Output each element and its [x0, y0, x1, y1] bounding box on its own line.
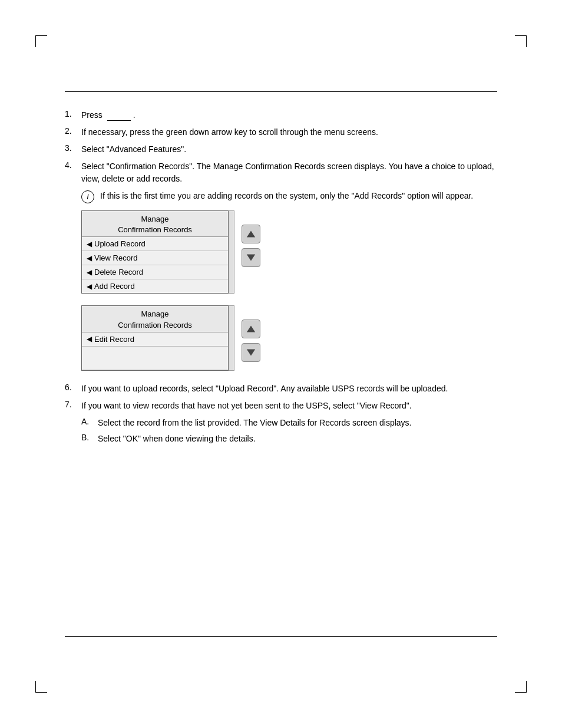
screen1-row-1: ◀ View Record	[82, 251, 228, 265]
screen2: Manage Confirmation Records ◀ Edit Recor…	[81, 305, 229, 370]
step-2: 2. If necessary, press the green down ar…	[65, 126, 497, 139]
corner-mark-bl	[35, 681, 47, 693]
sub-step-a: A. Select the record from the list provi…	[81, 417, 497, 429]
corner-mark-tr	[515, 35, 527, 47]
scroll-down-btn-1[interactable]	[242, 248, 260, 267]
screen2-box: Manage Confirmation Records ◀ Edit Recor…	[81, 305, 234, 370]
press-blank	[107, 110, 131, 121]
svg-marker-3	[247, 350, 255, 356]
info-note: i If this is the first time you are addi…	[81, 190, 497, 203]
step-1-period: .	[133, 109, 135, 121]
screen1-inner: Manage Confirmation Records ◀ Upload Rec…	[81, 210, 229, 294]
arrow-icon-1: ◀	[87, 254, 92, 262]
scroll-down-btn-2[interactable]	[242, 343, 260, 362]
info-icon: i	[81, 190, 94, 203]
chevron-up-icon-2	[246, 324, 256, 334]
step-3: 3. Select "Advanced Features".	[65, 143, 497, 156]
screen2-row-0-text: Edit Record	[94, 335, 134, 344]
chevron-up-icon	[246, 229, 256, 239]
screen1-row-0: ◀ Upload Record	[82, 237, 228, 251]
step-4-num: 4.	[65, 160, 81, 170]
arrow-icon-3: ◀	[87, 282, 92, 291]
screen2-header: Manage Confirmation Records	[82, 306, 228, 332]
screen2-header-line1: Manage	[84, 309, 226, 319]
screen1-row-2: ◀ Delete Record	[82, 265, 228, 279]
svg-marker-1	[247, 255, 255, 261]
step-2-text: If necessary, press the green down arrow…	[81, 126, 378, 139]
scroll-up-btn-1[interactable]	[242, 225, 260, 243]
step-1-press-word: Press	[81, 109, 103, 121]
screen2-row-0: ◀ Edit Record	[82, 332, 228, 347]
screen1-scroll-btns[interactable]	[242, 225, 260, 267]
arrow-icon-2: ◀	[87, 268, 92, 276]
screen2-scroll-btns[interactable]	[242, 319, 260, 362]
step-7: 7. If you want to view records that have…	[65, 400, 497, 412]
chevron-down-icon	[246, 252, 256, 263]
step-7-text: If you want to view records that have no…	[81, 400, 412, 412]
chevron-down-icon-2	[246, 347, 256, 358]
screen1-area: Manage Confirmation Records ◀ Upload Rec…	[81, 210, 497, 294]
sub-step-b: B. Select "OK" when done viewing the det…	[81, 433, 497, 445]
screen1: Manage Confirmation Records ◀ Upload Rec…	[81, 210, 229, 294]
arrow-icon-0: ◀	[87, 240, 92, 248]
info-note-text: If this is the first time you are adding…	[100, 190, 473, 202]
step-4-text: Select "Confirmation Records". The Manag…	[81, 160, 497, 185]
screen1-row-3-text: Add Record	[94, 282, 135, 291]
step-1: 1. Press .	[65, 109, 497, 121]
step-4: 4. Select "Confirmation Records". The Ma…	[65, 160, 497, 185]
screen1-header-line1: Manage	[84, 214, 226, 225]
step-2-num: 2.	[65, 126, 81, 136]
sub-step-b-text: Select "OK" when done viewing the detail…	[98, 433, 256, 445]
sub-step-b-label: B.	[81, 433, 98, 442]
step-3-num: 3.	[65, 143, 81, 153]
screen1-header: Manage Confirmation Records	[82, 211, 228, 237]
scroll-up-btn-2[interactable]	[242, 319, 260, 338]
screen1-header-line2: Confirmation Records	[84, 225, 226, 235]
step-3-text: Select "Advanced Features".	[81, 143, 186, 156]
arrow-icon-edit: ◀	[87, 335, 92, 343]
step-1-num: 1.	[65, 109, 81, 118]
step-7-num: 7.	[65, 400, 81, 409]
svg-marker-2	[247, 326, 255, 332]
svg-marker-0	[247, 231, 255, 238]
screen2-inner: Manage Confirmation Records ◀ Edit Recor…	[81, 305, 229, 370]
sub-steps: A. Select the record from the list provi…	[81, 417, 497, 445]
screen2-header-line2: Confirmation Records	[84, 320, 226, 331]
rule-bottom	[65, 636, 497, 637]
page: 1. Press . 2. If necessary, press the gr…	[0, 0, 562, 728]
corner-mark-br	[515, 681, 527, 693]
screen1-row-0-text: Upload Record	[94, 239, 146, 248]
screen2-area: Manage Confirmation Records ◀ Edit Recor…	[81, 305, 497, 370]
step-1-text: Press .	[81, 109, 135, 121]
screen1-box: Manage Confirmation Records ◀ Upload Rec…	[81, 210, 234, 294]
screen1-row-2-text: Delete Record	[94, 268, 143, 276]
sub-step-a-label: A.	[81, 417, 98, 426]
step-6: 6. If you want to upload records, select…	[65, 383, 497, 395]
content-area: 1. Press . 2. If necessary, press the gr…	[65, 109, 497, 619]
corner-mark-tl	[35, 35, 47, 47]
screen2-empty-row	[82, 347, 228, 370]
step-6-num: 6.	[65, 383, 81, 392]
rule-top	[65, 91, 497, 92]
screen1-row-3: ◀ Add Record	[82, 279, 228, 293]
sub-step-a-text: Select the record from the list provided…	[98, 417, 412, 429]
screen1-row-1-text: View Record	[94, 253, 137, 262]
step-6-text: If you want to upload records, select "U…	[81, 383, 448, 395]
